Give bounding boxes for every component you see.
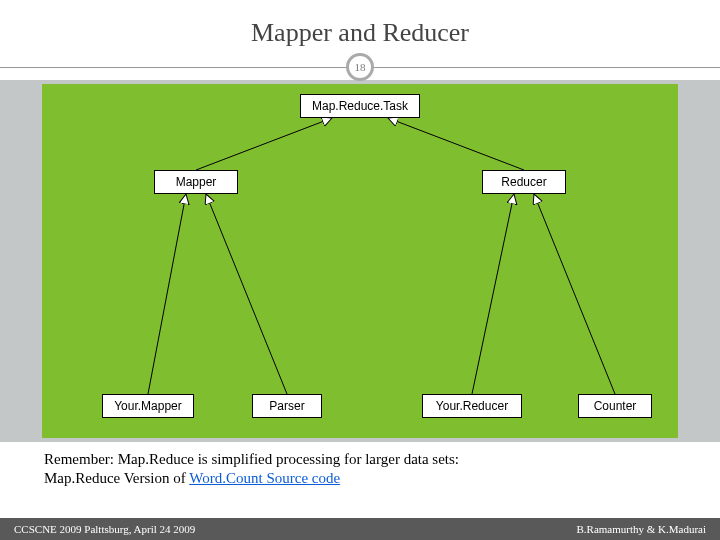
uml-diagram: Map.Reduce.Task Mapper Reducer Your.Mapp… xyxy=(42,84,678,438)
footer-bar: CCSCNE 2009 Palttsburg, April 24 2009 B.… xyxy=(0,518,720,540)
slide-number-badge: 18 xyxy=(346,53,374,81)
node-your-reducer: Your.Reducer xyxy=(422,394,522,418)
diagram-edges xyxy=(42,84,678,438)
node-reducer: Reducer xyxy=(482,170,566,194)
footer-left: CCSCNE 2009 Palttsburg, April 24 2009 xyxy=(14,523,195,535)
node-mapper: Mapper xyxy=(154,170,238,194)
svg-line-0 xyxy=(196,118,332,170)
source-code-link[interactable]: Word.Count Source code xyxy=(189,470,340,486)
slide: Mapper and Reducer 18 Map.Reduce.Task Ma… xyxy=(0,0,720,540)
svg-line-2 xyxy=(148,194,186,394)
node-mapreduce-task: Map.Reduce.Task xyxy=(300,94,420,118)
body-line2-prefix: Map.Reduce Version of xyxy=(44,470,189,486)
node-your-mapper: Your.Mapper xyxy=(102,394,194,418)
node-counter: Counter xyxy=(578,394,652,418)
svg-line-3 xyxy=(206,194,287,394)
body-line2: Map.Reduce Version of Word.Count Source … xyxy=(44,469,676,488)
title-area: Mapper and Reducer xyxy=(0,0,720,54)
svg-line-1 xyxy=(388,118,524,170)
svg-line-5 xyxy=(534,194,615,394)
body-text: Remember: Map.Reduce is simplified proce… xyxy=(0,442,720,488)
diagram-container: Map.Reduce.Task Mapper Reducer Your.Mapp… xyxy=(0,80,720,442)
svg-line-4 xyxy=(472,194,514,394)
slide-number-row: 18 xyxy=(0,54,720,80)
slide-title: Mapper and Reducer xyxy=(0,18,720,48)
node-parser: Parser xyxy=(252,394,322,418)
body-line1: Remember: Map.Reduce is simplified proce… xyxy=(44,450,676,469)
footer-right: B.Ramamurthy & K.Madurai xyxy=(576,523,706,535)
